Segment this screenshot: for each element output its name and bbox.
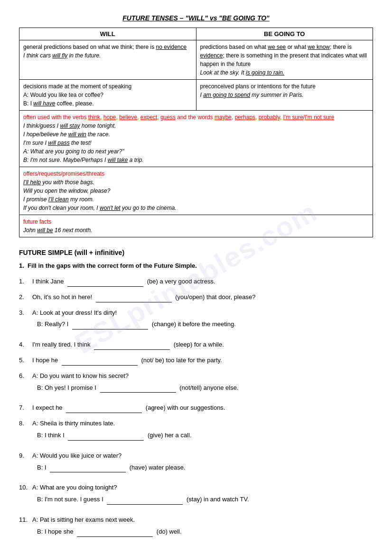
- cell-example: I hope/believe he will win the race.: [23, 131, 110, 138]
- list-item: 10. A: What are you doing tonight? B: I'…: [19, 483, 373, 509]
- section-title: FUTURE SIMPLE (will + infinitive): [19, 249, 373, 256]
- item-num: 2.: [19, 292, 32, 302]
- table-row: decisions made at the moment of speaking…: [19, 80, 373, 111]
- col2-header: BE GOING TO: [196, 28, 373, 40]
- list-item: 8. A: Sheila is thirty minutes late. B: …: [19, 419, 373, 445]
- q-line: A: Would you like juice or water?: [32, 451, 373, 461]
- exercise-number: 1.: [19, 262, 24, 269]
- cell-example: John will be 16 next month.: [23, 227, 92, 234]
- blank-field[interactable]: [77, 536, 153, 537]
- exercise-list: 1. I think Jane (be) a very good actress…: [19, 277, 373, 542]
- cell-example: I promise I'll clean my room.: [23, 196, 94, 203]
- item-content: A: What are you doing tonight? B: I'm no…: [32, 483, 373, 509]
- item-content: I expect he (agree) with our suggestions…: [32, 403, 373, 413]
- cell-dialog: A: Would you like tea or coffee? B: I wi…: [23, 92, 103, 107]
- cell-example: Look at the sky. It is going to rain.: [200, 69, 285, 76]
- item-content: Oh, it's so hot in here! (you/open) that…: [32, 292, 373, 302]
- cell-example: I think/guess I will stay home tonight.: [23, 122, 116, 129]
- page-title: FUTURE TENSES – "WILL" vs "BE GOING TO": [19, 14, 373, 22]
- item-content: A: Look at your dress! It's dirty! B: Re…: [32, 308, 373, 335]
- list-item: 1. I think Jane (be) a very good actress…: [19, 277, 373, 287]
- cell-text: preconceived plans or intentions for the…: [200, 83, 316, 90]
- cell-example: I'll help you with those bags.: [23, 179, 94, 186]
- blank-field[interactable]: [100, 392, 176, 393]
- grammar-table: WILL BE GOING TO general predictions bas…: [19, 28, 373, 237]
- item-num: 11.: [19, 515, 32, 525]
- cell-example: I am going to spend my summer in Paris.: [200, 92, 304, 98]
- table-row: offers/requests/promises/threats I'll he…: [19, 167, 373, 215]
- blank-field[interactable]: [94, 349, 170, 350]
- cell-label: future facts: [23, 218, 51, 225]
- blank-field[interactable]: [72, 329, 148, 329]
- item-num: 9.: [19, 451, 32, 461]
- blank-field[interactable]: [62, 365, 138, 366]
- item-content: I hope he (not/ be) too late for the par…: [32, 356, 373, 366]
- q-line: A: Pat is sitting her exams next week.: [32, 515, 373, 525]
- item-num: 10.: [19, 483, 32, 493]
- list-item: 7. I expect he (agree) with our suggesti…: [19, 403, 373, 413]
- list-item: 11. A: Pat is sitting her exams next wee…: [19, 515, 373, 542]
- item-content: I think Jane (be) a very good actress.: [32, 277, 373, 287]
- item-content: A: Sheila is thirty minutes late. B: I t…: [32, 419, 373, 445]
- cell-example: B: I'm not sure. Maybe/Perhaps I will ta…: [23, 157, 144, 163]
- blank-field[interactable]: [107, 504, 183, 505]
- cell-example: A: What are you going to do next year?": [23, 148, 124, 155]
- table-row: general predictions based on what we thi…: [19, 40, 373, 80]
- exercise-title: 1. Fill in the gaps with the correct for…: [19, 262, 373, 269]
- blank-field[interactable]: [66, 413, 142, 413]
- q-line: A: Look at your dress! It's dirty!: [32, 308, 373, 318]
- cell-label: offers/requests/promises/threats: [23, 170, 104, 177]
- q-line: A: What are you doing tonight?: [32, 483, 373, 493]
- item-num: 4.: [19, 340, 32, 350]
- cell-text: general predictions based on what we thi…: [23, 44, 187, 50]
- item-content: A: Would you like juice or water? B: I (…: [32, 451, 373, 478]
- blank-field[interactable]: [67, 286, 143, 287]
- cell-example: Will you open the window, please?: [23, 188, 110, 194]
- cell-text: predictions based on what we see or what…: [200, 44, 367, 67]
- table-row: often used with the verbs think, hope, b…: [19, 111, 373, 167]
- blank-field[interactable]: [96, 302, 172, 302]
- list-item: 9. A: Would you like juice or water? B: …: [19, 451, 373, 478]
- list-item: 3. A: Look at your dress! It's dirty! B:…: [19, 308, 373, 335]
- table-row: future facts John will be 16 next month.: [19, 215, 373, 237]
- cell-example: If you don't clean your room, I won't le…: [23, 205, 177, 211]
- a-line: B: I (have) water please.: [37, 463, 373, 473]
- list-item: 4. I'm really tired. I think (sleep) for…: [19, 340, 373, 350]
- cell-label: often used with the verbs think, hope, b…: [23, 114, 335, 121]
- list-item: 5. I hope he (not/ be) too late for the …: [19, 356, 373, 366]
- blank-field[interactable]: [50, 472, 126, 472]
- q-line: A: Do you want to know his secret?: [32, 371, 373, 381]
- a-line: B: I think I (give) her a call.: [37, 431, 373, 441]
- list-item: 6. A: Do you want to know his secret? B:…: [19, 371, 373, 398]
- blank-field[interactable]: [68, 440, 144, 441]
- cell-example: I'm sure I will pass the test!: [23, 140, 92, 146]
- list-item: 2. Oh, it's so hot in here! (you/open) t…: [19, 292, 373, 302]
- cell-text: decisions made at the moment of speaking: [23, 83, 131, 90]
- item-num: 6.: [19, 371, 32, 381]
- item-num: 5.: [19, 356, 32, 366]
- col1-header: WILL: [19, 28, 196, 40]
- q-line: A: Sheila is thirty minutes late.: [32, 419, 373, 429]
- item-content: A: Pat is sitting her exams next week. B…: [32, 515, 373, 542]
- a-line: B: I hope she (do) well.: [37, 527, 373, 537]
- cell-example: I think cars will fly in the future.: [23, 52, 101, 59]
- item-num: 8.: [19, 419, 32, 429]
- item-num: 3.: [19, 308, 32, 318]
- a-line: B: Really? I (change) it before the meet…: [37, 320, 373, 329]
- item-num: 1.: [19, 277, 32, 287]
- a-line: B: Oh yes! I promise I (not/tell) anyone…: [37, 383, 373, 393]
- item-content: I'm really tired. I think (sleep) for a …: [32, 340, 373, 350]
- a-line: B: I'm not sure. I guess I (stay) in and…: [37, 495, 373, 505]
- exercise-instruction: Fill in the gaps with the correct form o…: [28, 262, 197, 269]
- item-num: 7.: [19, 403, 32, 413]
- item-content: A: Do you want to know his secret? B: Oh…: [32, 371, 373, 398]
